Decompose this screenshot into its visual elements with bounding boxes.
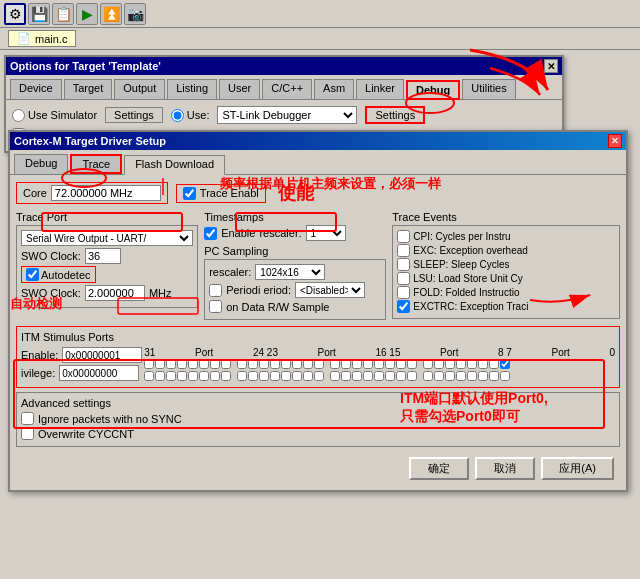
priv-bit-16[interactable] [314,371,324,381]
priv-bit-21[interactable] [259,371,269,381]
ignore-sync-checkbox[interactable] [21,412,34,425]
priv-bit-9[interactable] [396,371,406,381]
tab-output[interactable]: Output [114,79,165,99]
priv-bit-24[interactable] [221,371,231,381]
priv-bit-17[interactable] [303,371,313,381]
enable-bit-23[interactable] [237,359,247,369]
enable-bit-25[interactable] [210,359,220,369]
debugger-select[interactable]: ST-Link Debugger [217,106,357,124]
priv-bit-15[interactable] [330,371,340,381]
toolbar-copy-icon[interactable]: 📋 [52,3,74,25]
core-input[interactable] [51,185,161,201]
tab-asm[interactable]: Asm [314,79,354,99]
apply-button[interactable]: 应用(A) [541,457,614,480]
priv-bit-18[interactable] [292,371,302,381]
tab-user[interactable]: User [219,79,260,99]
trace-port-select[interactable]: Serial Wire Output - UART/ [21,230,193,246]
periodic-checkbox[interactable] [209,284,222,297]
enable-bit-1[interactable] [489,359,499,369]
event-cpi-checkbox[interactable] [397,230,410,243]
priv-bit-20[interactable] [270,371,280,381]
priv-bit-13[interactable] [352,371,362,381]
priv-bit-27[interactable] [188,371,198,381]
cortex-close-button[interactable]: ✕ [608,134,622,148]
tab-device[interactable]: Device [10,79,62,99]
enable-bit-27[interactable] [188,359,198,369]
autodetect-checkbox[interactable] [26,268,39,281]
toolbar-camera-icon[interactable]: 📷 [124,3,146,25]
event-sleep-checkbox[interactable] [397,258,410,271]
use-simulator-label[interactable]: Use Simulator [12,109,97,122]
data-rw-checkbox[interactable] [209,300,222,313]
enable-bit-18[interactable] [292,359,302,369]
enable-bit-30[interactable] [155,359,165,369]
overwrite-checkbox[interactable] [21,427,34,440]
toolbar-upload-icon[interactable]: ⏫ [100,3,122,25]
priv-bit-7[interactable] [423,371,433,381]
enable-bit-22[interactable] [248,359,258,369]
prescaler-select[interactable]: 1 [306,225,346,241]
right-settings-button[interactable]: Settings [365,106,425,124]
priv-bit-30[interactable] [155,371,165,381]
enable-bit-11[interactable] [374,359,384,369]
enable-bit-20[interactable] [270,359,280,369]
enable-bit-17[interactable] [303,359,313,369]
enable-bit-31[interactable] [144,359,154,369]
enable-bit-4[interactable] [456,359,466,369]
tab-cpp[interactable]: C/C++ [262,79,312,99]
use-simulator-radio[interactable] [12,109,25,122]
cancel-button[interactable]: 取消 [475,457,535,480]
priv-bit-26[interactable] [199,371,209,381]
use-radio[interactable] [171,109,184,122]
enable-bit-14[interactable] [341,359,351,369]
event-exc-checkbox[interactable] [397,244,410,257]
priv-bit-31[interactable] [144,371,154,381]
enable-bit-21[interactable] [259,359,269,369]
priv-bit-23[interactable] [237,371,247,381]
enable-bit-6[interactable] [434,359,444,369]
toolbar-settings-icon[interactable]: ⚙ [4,3,26,25]
enable-bit-15[interactable] [330,359,340,369]
cortex-tab-flash[interactable]: Flash Download [124,155,225,175]
event-exctrc-checkbox[interactable] [397,300,410,313]
priv-bit-0[interactable] [500,371,510,381]
swo-clock-input[interactable] [85,248,121,264]
priv-bit-5[interactable] [445,371,455,381]
timestamps-checkbox[interactable] [204,227,217,240]
cortex-tab-debug[interactable]: Debug [14,154,68,174]
enable-bit-10[interactable] [385,359,395,369]
pc-rescaler-select[interactable]: 1024x16 [255,264,325,280]
priv-bit-28[interactable] [177,371,187,381]
enable-bit-16[interactable] [314,359,324,369]
enable-bit-7[interactable] [423,359,433,369]
priv-bit-4[interactable] [456,371,466,381]
priv-bit-12[interactable] [363,371,373,381]
priv-bit-19[interactable] [281,371,291,381]
toolbar-run-icon[interactable]: ▶ [76,3,98,25]
toolbar-save-icon[interactable]: 💾 [28,3,50,25]
swo-clock2-input[interactable] [85,285,145,301]
enable-bit-29[interactable] [166,359,176,369]
priv-bit-1[interactable] [489,371,499,381]
tab-utilities[interactable]: Utilities [462,79,515,99]
enable-bit-19[interactable] [281,359,291,369]
enable-bit-28[interactable] [177,359,187,369]
enable-bit-12[interactable] [363,359,373,369]
priv-bit-22[interactable] [248,371,258,381]
options-close-button[interactable]: ✕ [544,59,558,73]
priv-bit-10[interactable] [385,371,395,381]
enable-bit-8[interactable] [407,359,417,369]
priv-bit-14[interactable] [341,371,351,381]
left-settings-button[interactable]: Settings [105,107,163,123]
trace-enable-checkbox[interactable] [183,187,196,200]
priv-bit-25[interactable] [210,371,220,381]
enable-bit-26[interactable] [199,359,209,369]
confirm-button[interactable]: 确定 [409,457,469,480]
enable-bit-0[interactable] [500,359,510,369]
enable-bit-5[interactable] [445,359,455,369]
priv-bit-29[interactable] [166,371,176,381]
tab-debug[interactable]: Debug [406,80,460,100]
tab-listing[interactable]: Listing [167,79,217,99]
priv-bit-11[interactable] [374,371,384,381]
file-tab-main[interactable]: 📄 main.c [8,30,76,47]
